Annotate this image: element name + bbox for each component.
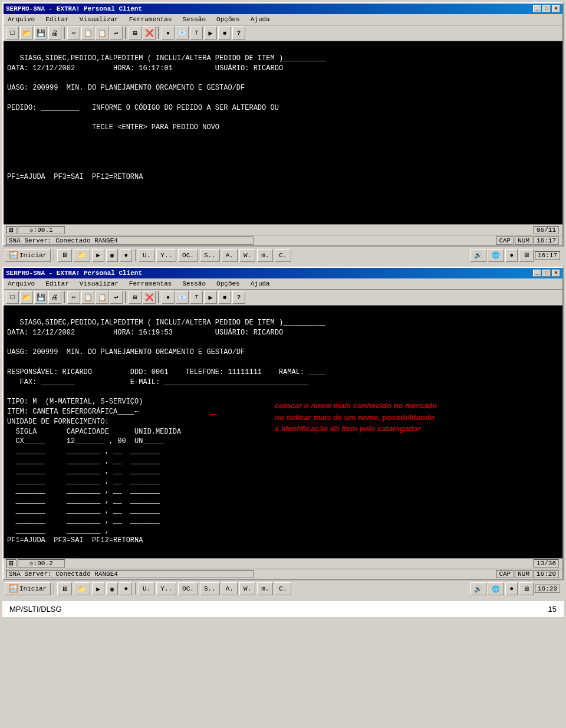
tb2-app-btn[interactable]: 🖥 (57, 582, 72, 595)
tb2-folder-btn[interactable]: 📁 (74, 582, 90, 595)
tb-undo-1[interactable]: ↩ (110, 27, 123, 40)
tb-t-1[interactable]: T (190, 27, 203, 40)
start-button-2[interactable]: 🪟 Iniciar (5, 582, 51, 595)
taskbar-right-2: 🔊 🌐 ● 🖥 16:20 (470, 582, 561, 595)
terminal-1[interactable]: SIASG,SIDEC,PEDIDO,IALPEDITEM ( INCLUI/A… (4, 41, 562, 224)
tb-paste-2[interactable]: 📋 (96, 291, 108, 304)
tb2-u-btn[interactable]: U. (139, 582, 154, 595)
tb2-mc-btn[interactable]: C. (275, 582, 291, 595)
tb-grid-2[interactable]: ⊞ (129, 291, 142, 304)
tb-folder-btn-1[interactable]: 📁 (74, 249, 90, 262)
tb2-dot-btn[interactable]: ● (120, 582, 132, 595)
tb-s-btn-1[interactable]: S.. (200, 249, 220, 262)
tb-play-btn-1[interactable]: ▶ (92, 249, 104, 262)
sys2-icon-2[interactable]: 🌐 (488, 582, 504, 595)
menu-editar-1[interactable]: Editar (44, 15, 71, 24)
sys2-icon-3[interactable]: ● (505, 582, 518, 595)
tb-open-1[interactable]: 📂 (20, 27, 33, 40)
tb-play-2[interactable]: ▶ (204, 291, 217, 304)
menu-arquivo-1[interactable]: Arquivo (6, 15, 37, 24)
start-button-1[interactable]: 🪟 Iniciar (5, 249, 51, 262)
tb-t-2[interactable]: T (190, 291, 203, 304)
tb-help-2[interactable]: ? (232, 291, 245, 304)
tb2-play-btn[interactable]: ▶ (92, 582, 104, 595)
tb2-circle-btn[interactable]: ◉ (106, 582, 119, 595)
tb-m-btn-1[interactable]: m. (257, 249, 273, 262)
menu-ajuda-2[interactable]: Ajuda (249, 280, 272, 288)
tb-mc-btn-1[interactable]: C. (275, 249, 291, 262)
tb2-a-btn[interactable]: A. (222, 582, 238, 595)
tb-save-1[interactable]: 💾 (34, 27, 47, 40)
tb-y-btn-1[interactable]: Y.. (156, 249, 176, 262)
menu-ferramentas-2[interactable]: Ferramentas (127, 280, 174, 288)
tb-undo-2[interactable]: ↩ (110, 291, 123, 304)
menu-opcoes-2[interactable]: Opções (215, 280, 242, 288)
tb-rec-2[interactable]: ● (162, 291, 175, 304)
sys-icon-2[interactable]: 🌐 (488, 249, 504, 262)
tb2-s-btn[interactable]: S.. (200, 582, 220, 595)
menu-opcoes-1[interactable]: Opções (215, 15, 242, 24)
tb-macro-2[interactable]: 📧 (176, 291, 189, 304)
tb2-m-btn[interactable]: m. (257, 582, 273, 595)
sys-icon-1[interactable]: 🔊 (470, 249, 486, 262)
tb2-oc-btn[interactable]: OC. (178, 582, 198, 595)
sys-icon-3[interactable]: ● (505, 249, 518, 262)
menu-visualizar-2[interactable]: Visualizar (78, 280, 120, 288)
tb-circle-btn-1[interactable]: ◉ (106, 249, 119, 262)
tb-new-1[interactable]: □ (6, 27, 19, 40)
tb-open-2[interactable]: 📂 (20, 291, 33, 304)
tb-save-2[interactable]: 💾 (34, 291, 47, 304)
term2-line2: DATA: 12/12/2002 HORA: 16:19:53 USUÁRIO:… (7, 329, 283, 337)
sys2-icon-4[interactable]: 🖥 (519, 582, 534, 595)
tb-close-1[interactable]: ❌ (143, 27, 156, 40)
sys2-icon-1[interactable]: 🔊 (470, 582, 486, 595)
tb-a-btn-1[interactable]: A. (222, 249, 238, 262)
close-btn-1[interactable]: × (552, 5, 560, 12)
term2-line21: _______ ________ , __ _______ (7, 517, 160, 525)
sys-icon-4[interactable]: 🖥 (519, 249, 534, 262)
menu-ferramentas-1[interactable]: Ferramentas (127, 15, 174, 24)
status-icon-1: ⊞ (6, 226, 17, 234)
maximize-btn-1[interactable]: □ (542, 5, 551, 12)
title-bar-1: SERPRO-SNA - EXTRA! Personal Client _ □ … (4, 4, 562, 14)
tb2-w-btn[interactable]: W. (239, 582, 255, 595)
tb-w-btn-1[interactable]: W. (239, 249, 255, 262)
tb-cut-1[interactable]: ✂ (67, 27, 80, 40)
cap-indicator-2: CAP (496, 570, 514, 578)
tb-play-1[interactable]: ▶ (204, 27, 217, 40)
tb-stop-1[interactable]: ■ (218, 27, 231, 40)
tb-macro-1[interactable]: 📧 (176, 27, 189, 40)
menu-arquivo-2[interactable]: Arquivo (6, 280, 37, 288)
tb-paste-1[interactable]: 📋 (96, 27, 108, 40)
minimize-btn-2[interactable]: _ (533, 270, 541, 277)
tb-rec-1[interactable]: ● (162, 27, 175, 40)
tb-close-2[interactable]: ❌ (143, 291, 156, 304)
tb-u-btn-1[interactable]: U. (139, 249, 154, 262)
tb-grid-1[interactable]: ⊞ (129, 27, 142, 40)
tb-dot-btn-1[interactable]: ● (120, 249, 132, 262)
conn-status-1: SNA Server: Conectado RANGE4 (6, 237, 254, 245)
tb-help-1[interactable]: ? (232, 27, 245, 40)
tb-app-btn-1[interactable]: 🖥 (57, 249, 72, 262)
annotation-box: colocar o nome mais conhecido no mercado… (275, 400, 440, 435)
menu-sessao-1[interactable]: Sessão (180, 15, 208, 24)
close-btn-2[interactable]: × (552, 270, 560, 277)
tb-sep2-2 (125, 291, 126, 303)
tb-copy-2[interactable]: 📋 (81, 291, 94, 304)
menu-visualizar-1[interactable]: Visualizar (78, 15, 120, 24)
tb-new-2[interactable]: □ (6, 291, 19, 304)
tb-print-1[interactable]: 🖨 (48, 27, 61, 40)
conn-status-2: SNA Server: Conectado RANGE4 (6, 570, 254, 578)
menu-ajuda-1[interactable]: Ajuda (249, 15, 272, 24)
tb-stop-2[interactable]: ■ (218, 291, 231, 304)
minimize-btn-1[interactable]: _ (533, 5, 541, 12)
tb-cut-2[interactable]: ✂ (67, 291, 80, 304)
tb2-y-btn[interactable]: Y.. (156, 582, 176, 595)
tb-print-2[interactable]: 🖨 (48, 291, 61, 304)
term2-line16: _______ ________ , __ _______ (7, 467, 160, 476)
tb-copy-1[interactable]: 📋 (81, 27, 94, 40)
tb-oc-btn-1[interactable]: OC. (178, 249, 198, 262)
menu-sessao-2[interactable]: Sessão (180, 280, 208, 288)
maximize-btn-2[interactable]: □ (542, 270, 551, 277)
menu-editar-2[interactable]: Editar (44, 280, 71, 288)
